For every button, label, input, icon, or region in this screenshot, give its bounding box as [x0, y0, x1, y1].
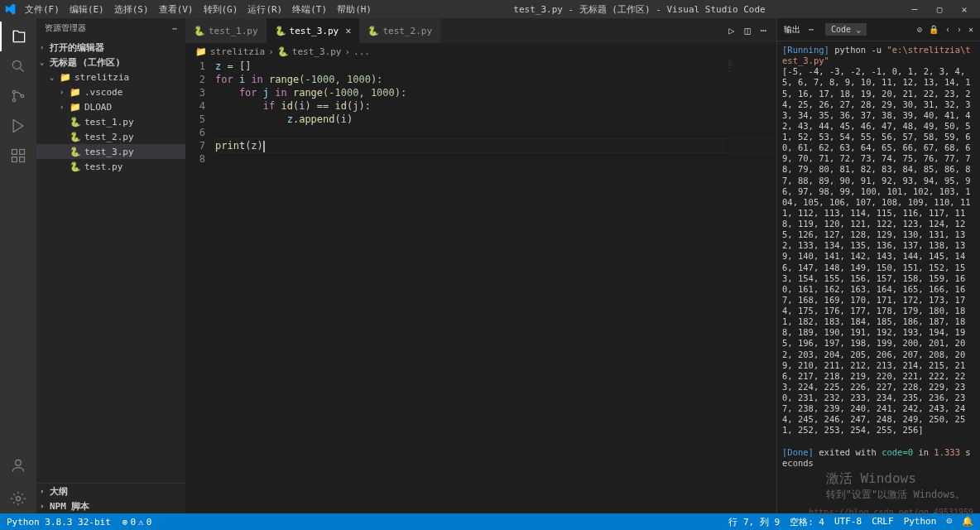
- tab-test1[interactable]: 🐍 test_1.py: [185, 18, 267, 43]
- svg-rect-7: [20, 157, 25, 162]
- status-encoding[interactable]: UTF-8: [834, 516, 862, 528]
- status-notifications-icon[interactable]: 🔔: [962, 516, 973, 528]
- menu-help[interactable]: 帮助(H): [332, 3, 377, 16]
- npm-section[interactable]: › NPM 脚本: [36, 499, 185, 513]
- python-file-icon: 🐍: [70, 147, 81, 157]
- split-editor-icon[interactable]: ◫: [745, 25, 751, 36]
- chevron-right-icon: ›: [60, 88, 70, 96]
- minimap[interactable]: ▬▬▬▬▬▬▬▬▬▬▬▬▬▬▬▬▬▬: [727, 60, 776, 513]
- menu-view[interactable]: 查看(V): [154, 3, 199, 16]
- svg-point-0: [12, 60, 21, 69]
- svg-point-2: [12, 99, 15, 101]
- svg-rect-6: [12, 157, 17, 162]
- menu-edit[interactable]: 编辑(E): [65, 3, 109, 16]
- sidebar-header: 资源管理器 ⋯: [36, 18, 185, 38]
- workspace-section[interactable]: ⌄ 无标题 (工作区): [36, 55, 185, 70]
- activity-extensions-icon[interactable]: [0, 141, 36, 171]
- title-bar: 文件(F) 编辑(E) 选择(S) 查看(V) 转到(G) 运行(R) 终端(T…: [0, 0, 980, 18]
- window-close-icon[interactable]: ✕: [952, 4, 977, 15]
- activity-explorer-icon[interactable]: [0, 22, 36, 51]
- svg-point-8: [16, 460, 22, 465]
- chevron-right-icon: ›: [268, 46, 274, 57]
- status-language[interactable]: Python: [904, 516, 937, 528]
- activity-bar: [0, 18, 36, 513]
- status-python[interactable]: Python 3.8.3 32-bit: [7, 517, 111, 528]
- run-icon[interactable]: ▷: [728, 25, 734, 36]
- menu-run[interactable]: 运行(R): [243, 3, 287, 16]
- file-test3[interactable]: 🐍 test_3.py: [36, 144, 185, 159]
- tab-bar: 🐍 test_1.py 🐍 test_3.py ✕ 🐍 test_2.py ▷ …: [185, 18, 776, 43]
- python-file-icon: 🐍: [275, 26, 286, 36]
- status-eol[interactable]: CRLF: [872, 516, 894, 528]
- svg-rect-4: [12, 150, 17, 155]
- panel-close-icon[interactable]: ✕: [968, 25, 973, 34]
- warning-icon: ⚠: [138, 517, 144, 528]
- folder-vscode[interactable]: › 📁 .vscode: [36, 84, 185, 99]
- chevron-right-icon: ›: [40, 43, 50, 51]
- open-editors-section[interactable]: › 打开的编辑器: [36, 40, 185, 55]
- file-test[interactable]: 🐍 test.py: [36, 159, 185, 174]
- menu-terminal[interactable]: 终端(T): [287, 3, 332, 16]
- output-channel-dropdown[interactable]: Code ⌄: [825, 23, 867, 36]
- more-icon[interactable]: ⋯: [761, 25, 766, 36]
- menu-file[interactable]: 文件(F): [20, 3, 65, 16]
- tab-test2[interactable]: 🐍 test_2.py: [359, 18, 440, 43]
- svg-rect-5: [20, 150, 25, 155]
- activity-search-icon[interactable]: [0, 51, 36, 81]
- status-feedback-icon[interactable]: ☺: [946, 516, 952, 528]
- panel-next-icon[interactable]: ›: [957, 25, 962, 34]
- folder-icon: 📁: [60, 72, 71, 83]
- lock-scroll-icon[interactable]: 🔒: [929, 25, 939, 34]
- python-file-icon: 🐍: [70, 117, 81, 128]
- activity-scm-icon[interactable]: [0, 81, 36, 111]
- status-indent[interactable]: 空格: 4: [790, 516, 824, 528]
- chevron-right-icon: ›: [40, 502, 50, 510]
- code-content[interactable]: z = [] for i in range(-1000, 1000): for …: [215, 60, 776, 513]
- vscode-logo-icon: [3, 2, 17, 16]
- editor-body[interactable]: 1 2 3 4 5 6 7 8 z = [] for i in range(-1…: [185, 60, 776, 513]
- svg-point-9: [17, 497, 21, 501]
- window-minimize-icon[interactable]: ─: [902, 4, 927, 15]
- file-test2[interactable]: 🐍 test_2.py: [36, 129, 185, 144]
- status-problems[interactable]: ⊗0 ⚠0: [122, 517, 152, 528]
- panel-tab-bar: 输出 ⋯ Code ⌄ ⊘ 🔒 ‹ › ✕: [777, 18, 980, 41]
- output-panel: 输出 ⋯ Code ⌄ ⊘ 🔒 ‹ › ✕ [Running] python -…: [776, 18, 980, 513]
- menu-goto[interactable]: 转到(G): [199, 3, 243, 16]
- activity-account-icon[interactable]: [0, 450, 36, 480]
- output-text[interactable]: [Running] python -u "e:\strelitzia\test_…: [777, 41, 980, 513]
- chevron-down-icon: ⌄: [40, 58, 50, 66]
- clear-output-icon[interactable]: ⊘: [917, 25, 922, 34]
- status-bar: Python 3.8.3 32-bit ⊗0 ⚠0 行 7, 列 9 空格: 4…: [0, 513, 980, 530]
- chevron-right-icon: ›: [60, 103, 70, 111]
- folder-icon: 📁: [70, 87, 81, 98]
- activity-settings-icon[interactable]: [0, 484, 36, 513]
- panel-more-icon[interactable]: ⋯: [809, 25, 814, 34]
- folder-dload[interactable]: › 📁 DLOAD: [36, 99, 185, 114]
- chevron-right-icon: ›: [40, 487, 50, 495]
- panel-tab-output[interactable]: 输出: [784, 24, 800, 36]
- python-file-icon: 🐍: [70, 161, 81, 172]
- sidebar-more-icon[interactable]: ⋯: [172, 24, 177, 33]
- close-tab-icon[interactable]: ✕: [345, 25, 351, 36]
- activity-debug-icon[interactable]: [0, 111, 36, 141]
- status-cursor-pos[interactable]: 行 7, 列 9: [728, 516, 780, 528]
- error-icon: ⊗: [122, 517, 128, 528]
- menu-select[interactable]: 选择(S): [109, 3, 154, 16]
- window-maximize-icon[interactable]: ▢: [927, 4, 952, 15]
- editor-area: 🐍 test_1.py 🐍 test_3.py ✕ 🐍 test_2.py ▷ …: [185, 18, 776, 513]
- text-cursor: [263, 141, 265, 152]
- folder-strelitzia[interactable]: ⌄ 📁 strelitzia: [36, 70, 185, 84]
- panel-prev-icon[interactable]: ‹: [945, 25, 950, 34]
- chevron-right-icon: ›: [344, 46, 350, 57]
- folder-icon: 📁: [70, 102, 81, 113]
- python-file-icon: 🐍: [194, 26, 205, 36]
- folder-icon: 📁: [195, 46, 207, 57]
- svg-point-1: [12, 90, 15, 93]
- python-file-icon: 🐍: [368, 26, 379, 36]
- file-test1[interactable]: 🐍 test_1.py: [36, 114, 185, 129]
- outline-section[interactable]: › 大纲: [36, 484, 185, 499]
- sidebar: 资源管理器 ⋯ › 打开的编辑器 ⌄ 无标题 (工作区) ⌄ 📁 strelit…: [36, 18, 185, 513]
- tab-test3[interactable]: 🐍 test_3.py ✕: [267, 18, 360, 43]
- line-number-gutter: 1 2 3 4 5 6 7 8: [185, 60, 215, 513]
- breadcrumb[interactable]: 📁 strelitzia › 🐍 test_3.py › ...: [185, 43, 776, 60]
